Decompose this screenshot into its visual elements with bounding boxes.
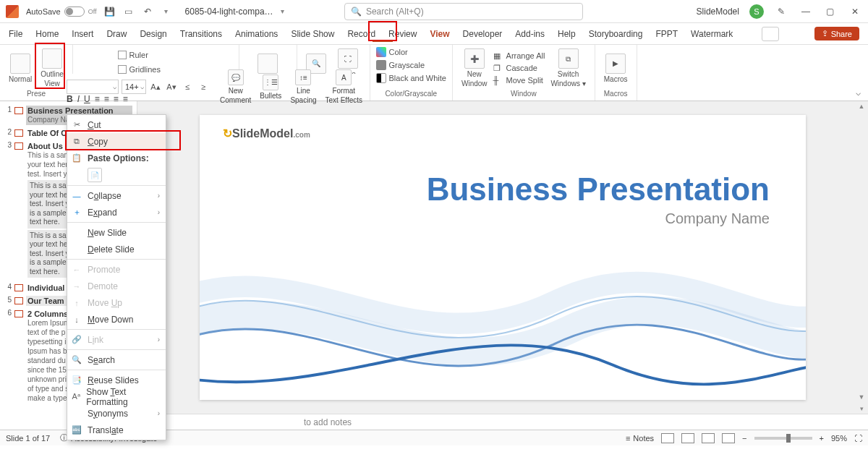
group-label-macros: Macros bbox=[604, 90, 628, 99]
bold-icon[interactable]: B bbox=[67, 94, 73, 104]
color-button[interactable]: Color bbox=[376, 46, 408, 58]
menu-delete-slide[interactable]: Delete Slide bbox=[67, 241, 166, 257]
tab-addins[interactable]: Add-ins bbox=[515, 26, 545, 42]
undo-icon[interactable]: ↶ bbox=[142, 6, 153, 17]
zoom-slider[interactable] bbox=[754, 437, 812, 440]
new-window-button[interactable]: ➕NewWindow bbox=[459, 47, 490, 89]
account-name[interactable]: SlideModel bbox=[697, 7, 739, 17]
increase-indent-icon[interactable]: ≥ bbox=[197, 80, 210, 94]
notes-pane[interactable]: to add notes bbox=[137, 414, 868, 430]
menu-synonyms[interactable]: Synonyms› bbox=[67, 405, 166, 422]
grayscale-button[interactable]: Grayscale bbox=[376, 59, 425, 71]
tab-storyboarding[interactable]: Storyboarding bbox=[589, 26, 643, 42]
align-justify-icon[interactable]: ≡ bbox=[123, 94, 128, 104]
account-avatar[interactable]: S bbox=[749, 4, 764, 19]
tab-transitions[interactable]: Transitions bbox=[180, 26, 222, 42]
menu-new-slide[interactable]: New Slide bbox=[67, 224, 166, 241]
menu-translate[interactable]: 🔤Translate bbox=[67, 422, 166, 438]
cascade-button[interactable]: ❐Cascade bbox=[493, 62, 545, 74]
normal-view-icon[interactable] bbox=[661, 433, 674, 443]
search-input[interactable]: 🔍 Search (Alt+Q) bbox=[344, 3, 583, 20]
bullets-button[interactable]: ⋮☰Bullets bbox=[257, 73, 284, 101]
tab-developer[interactable]: Developer bbox=[463, 26, 503, 42]
notes-toggle[interactable]: ≡ Notes bbox=[626, 434, 654, 443]
tab-fppt[interactable]: FPPT bbox=[655, 26, 678, 42]
slide-preview: ↻SlideModel.com Business Presentation Co… bbox=[200, 115, 806, 400]
share-button[interactable]: ⇪ Share bbox=[814, 27, 859, 40]
menu-copy[interactable]: ⧉Copy bbox=[67, 133, 166, 150]
document-filename[interactable]: 6085-04-light-compa… bbox=[185, 7, 273, 17]
demote-icon: → bbox=[72, 281, 82, 291]
menu-collapse[interactable]: —Collapse› bbox=[67, 187, 166, 204]
font-size-combo[interactable]: 14+ bbox=[122, 80, 146, 94]
zoom-in-icon[interactable]: + bbox=[820, 434, 824, 443]
increase-font-icon[interactable]: A▴ bbox=[149, 80, 162, 94]
italic-icon[interactable]: I bbox=[77, 94, 80, 104]
tab-help[interactable]: Help bbox=[558, 26, 576, 42]
ruler-checkbox[interactable]: Ruler bbox=[118, 49, 148, 61]
tab-design[interactable]: Design bbox=[140, 26, 166, 42]
scroll-up-icon[interactable]: ▲ bbox=[856, 101, 867, 111]
moveup-icon: ↑ bbox=[72, 298, 82, 308]
fit-slide-icon[interactable]: ⛶ bbox=[854, 434, 862, 443]
filename-dropdown-icon[interactable]: ▾ bbox=[281, 7, 284, 15]
slideshow-view-icon[interactable] bbox=[722, 433, 735, 443]
slide-icon bbox=[14, 297, 23, 304]
tab-insert[interactable]: Insert bbox=[72, 26, 93, 42]
align-center-icon[interactable]: ≡ bbox=[104, 94, 109, 104]
line-spacing-button[interactable]: ↕≡LineSpacing bbox=[287, 68, 319, 106]
present-icon[interactable]: ▭ bbox=[123, 6, 135, 17]
sorter-view-icon[interactable] bbox=[681, 433, 694, 443]
tab-slideshow[interactable]: Slide Show bbox=[291, 26, 334, 42]
tab-file[interactable]: File bbox=[9, 26, 22, 42]
scroll-down2-icon[interactable]: ▾ bbox=[856, 404, 867, 414]
move-split-button[interactable]: ╫Move Split bbox=[493, 74, 545, 86]
autosave-toggle[interactable]: AutoSave Off bbox=[26, 7, 97, 17]
group-macros: ▶Macros Macros bbox=[595, 45, 637, 101]
tab-draw[interactable]: Draw bbox=[106, 26, 127, 42]
arrange-all-button[interactable]: ▦Arrange All bbox=[493, 50, 545, 61]
scroll-down-icon[interactable]: ▼ bbox=[856, 392, 867, 402]
reading-view-icon[interactable] bbox=[702, 433, 715, 443]
decrease-indent-icon[interactable]: ≤ bbox=[181, 80, 194, 94]
font-family-combo[interactable] bbox=[67, 80, 119, 94]
qat-more-icon[interactable]: ▾ bbox=[161, 6, 172, 17]
new-comment-button[interactable]: 💬NewComment bbox=[217, 68, 254, 106]
menu-move-down[interactable]: ↓Move Down bbox=[67, 311, 166, 328]
menu-paste-option-keep[interactable]: 📄 bbox=[67, 166, 166, 184]
zoom-percent[interactable]: 95% bbox=[831, 434, 847, 443]
macros-button[interactable]: ▶Macros bbox=[601, 52, 631, 85]
text-effects-button[interactable]: AFormatText Effects bbox=[323, 68, 366, 106]
close-icon[interactable]: ✕ bbox=[848, 4, 862, 19]
maximize-icon[interactable]: ▢ bbox=[823, 4, 838, 19]
ink-icon[interactable]: ✎ bbox=[774, 4, 788, 19]
decrease-font-icon[interactable]: A▾ bbox=[165, 80, 178, 94]
tab-record[interactable]: Record bbox=[347, 26, 375, 42]
underline-icon[interactable]: U bbox=[84, 94, 90, 104]
save-icon[interactable]: 💾 bbox=[104, 6, 116, 17]
menu-show-text-formatting[interactable]: AᵃShow Text Formatting bbox=[67, 388, 166, 405]
outline-view-button[interactable]: OutlineView bbox=[38, 47, 67, 89]
menu-search[interactable]: 🔍Search bbox=[67, 351, 166, 368]
zoom-out-icon[interactable]: − bbox=[742, 434, 746, 443]
black-white-button[interactable]: Black and White bbox=[376, 72, 446, 84]
tab-watermark[interactable]: Watermark bbox=[691, 26, 733, 42]
align-left-icon[interactable]: ≡ bbox=[95, 94, 100, 104]
menu-cut[interactable]: ✂Cut bbox=[67, 116, 166, 133]
normal-view-button[interactable]: Normal bbox=[6, 52, 35, 85]
slide-icon bbox=[14, 310, 23, 317]
switch-windows-button[interactable]: ⧉SwitchWindows ▾ bbox=[548, 47, 588, 89]
minimize-icon[interactable]: — bbox=[799, 4, 813, 19]
vertical-scrollbar[interactable]: ▲ ▼ ▾ bbox=[856, 101, 867, 414]
align-right-icon[interactable]: ≡ bbox=[114, 94, 119, 104]
menu-expand[interactable]: ＋Expand› bbox=[67, 204, 166, 221]
slide-canvas[interactable]: ↻SlideModel.com Business Presentation Co… bbox=[137, 101, 868, 414]
tab-view[interactable]: View bbox=[430, 26, 449, 42]
ribbon-tabs: File Home Insert Draw Design Transitions… bbox=[0, 23, 868, 45]
slide-indicator[interactable]: Slide 1 of 17 bbox=[6, 434, 50, 443]
tab-animations[interactable]: Animations bbox=[235, 26, 278, 42]
tab-home[interactable]: Home bbox=[35, 26, 59, 42]
collapse-ribbon-icon[interactable]: ⌵ bbox=[856, 88, 861, 98]
comments-button[interactable] bbox=[762, 27, 779, 41]
tab-review[interactable]: Review bbox=[388, 26, 417, 42]
